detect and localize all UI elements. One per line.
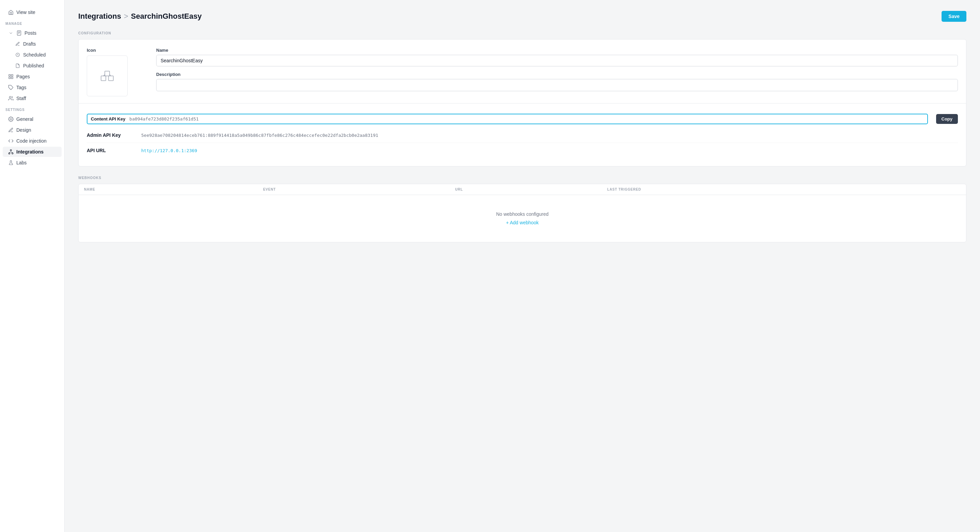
content-api-key-box: Content API Key ba094afe723d802f235af61d… [87,114,928,124]
name-input[interactable] [156,55,958,66]
document-icon [16,30,22,36]
sidebar-item-tags[interactable]: Tags [3,82,62,92]
admin-api-key-label: Admin API Key [87,132,141,138]
no-webhooks-text: No webhooks configured [84,211,961,217]
chevron-down-icon [8,30,14,36]
clock-icon [15,52,21,57]
svg-rect-15 [105,71,110,76]
settings-section-label: SETTINGS [0,104,64,114]
pages-label: Pages [16,74,30,79]
svg-point-10 [8,153,10,154]
col-name: NAME [79,184,258,195]
staff-label: Staff [16,96,26,101]
content-api-key-row: Content API Key ba094afe723d802f235af61d… [87,110,958,127]
description-field-group: Description [156,72,958,91]
svg-rect-0 [18,30,21,35]
tag-icon [8,85,14,90]
webhooks-card: NAME EVENT URL LAST TRIGGERED No webhook… [78,184,966,242]
webhooks-section-label: WEBHOOKS [78,176,966,180]
breadcrumb-separator: > [124,12,128,21]
general-label: General [16,116,33,122]
grid-icon [8,74,14,79]
form-fields: Name Description [156,48,958,91]
sidebar-item-integrations[interactable]: Integrations [3,147,62,157]
sidebar-item-pages[interactable]: Pages [3,72,62,82]
svg-rect-5 [11,77,13,79]
svg-point-9 [10,150,11,151]
configuration-section-label: CONFIGURATION [78,31,966,35]
design-icon [8,127,14,133]
webhooks-table: NAME EVENT URL LAST TRIGGERED No webhook… [79,184,966,242]
svg-point-11 [12,153,13,154]
scheduled-label: Scheduled [23,52,46,57]
sidebar-item-posts[interactable]: Posts [3,28,62,38]
webhooks-tbody: No webhooks configured + Add webhook [79,195,966,242]
webhooks-empty-cell: No webhooks configured + Add webhook [79,195,966,242]
integrations-label: Integrations [16,149,43,155]
save-button[interactable]: Save [942,11,966,22]
sidebar-item-view-site[interactable]: View site [3,7,62,18]
user-icon [8,96,14,101]
col-url: URL [450,184,601,195]
svg-rect-13 [101,76,106,81]
sidebar-item-design[interactable]: Design [3,125,62,135]
published-label: Published [23,63,44,68]
labs-icon [8,160,14,166]
code-icon [8,138,14,143]
view-site-label: View site [16,10,35,15]
sidebar: View site MANAGE Posts Drafts [0,0,65,532]
webhooks-empty-state: No webhooks configured + Add webhook [79,195,966,242]
name-field-group: Name [156,48,958,66]
integrations-icon [8,149,14,155]
svg-point-8 [10,118,11,120]
posts-label: Posts [24,30,37,36]
icon-container: Icon [87,48,148,96]
home-icon [8,10,14,15]
tags-label: Tags [16,85,27,90]
breadcrumb-parent: Integrations [78,12,121,21]
svg-point-7 [9,96,11,98]
col-last-triggered: LAST TRIGGERED [602,184,966,195]
main-content: Integrations > SearchinGhostEasy Save CO… [65,0,980,532]
webhooks-header-row: NAME EVENT URL LAST TRIGGERED [79,184,966,195]
sidebar-item-scheduled[interactable]: Scheduled [3,50,62,60]
webhooks-empty-row: No webhooks configured + Add webhook [79,195,966,242]
sidebar-item-labs[interactable]: Labs [3,158,62,168]
col-event: EVENT [258,184,450,195]
api-url-value: http://127.0.0.1:2369 [141,148,197,153]
config-grid: Icon [87,48,958,96]
admin-api-key-value: 5ee928ae708204814eceb761:889f914418a5a04… [141,133,958,138]
configuration-card: Icon [78,39,966,166]
content-api-key-value: ba094afe723d802f235af61d51 [129,116,199,121]
manage-section-label: MANAGE [0,18,64,27]
integration-icon-box [87,56,127,96]
icon-label: Icon [87,48,148,53]
design-label: Design [16,127,31,133]
sidebar-item-drafts[interactable]: Drafts [3,39,62,49]
page-header: Integrations > SearchinGhostEasy Save [78,11,966,22]
gear-icon [8,116,14,122]
sidebar-item-general[interactable]: General [3,114,62,124]
admin-api-key-row: Admin API Key 5ee928ae708204814eceb761:8… [87,127,958,143]
add-webhook-link[interactable]: + Add webhook [506,220,539,225]
labs-label: Labs [16,160,27,166]
sidebar-item-staff[interactable]: Staff [3,93,62,104]
description-input[interactable] [156,79,958,91]
description-field-label: Description [156,72,958,77]
copy-button[interactable]: Copy [936,114,958,124]
api-url-label: API URL [87,148,141,153]
code-injection-label: Code injection [16,138,47,143]
sidebar-item-code-injection[interactable]: Code injection [3,136,62,146]
breadcrumb: Integrations > SearchinGhostEasy [78,12,202,21]
blocks-icon [99,68,115,84]
svg-rect-4 [9,77,11,79]
content-api-key-label: Content API Key [91,116,125,121]
webhooks-thead: NAME EVENT URL LAST TRIGGERED [79,184,966,195]
name-field-label: Name [156,48,958,53]
pencil-icon [15,41,21,47]
file-icon [15,63,21,68]
svg-rect-3 [11,75,13,76]
drafts-label: Drafts [23,41,36,47]
breadcrumb-current: SearchinGhostEasy [131,12,202,21]
sidebar-item-published[interactable]: Published [3,61,62,71]
